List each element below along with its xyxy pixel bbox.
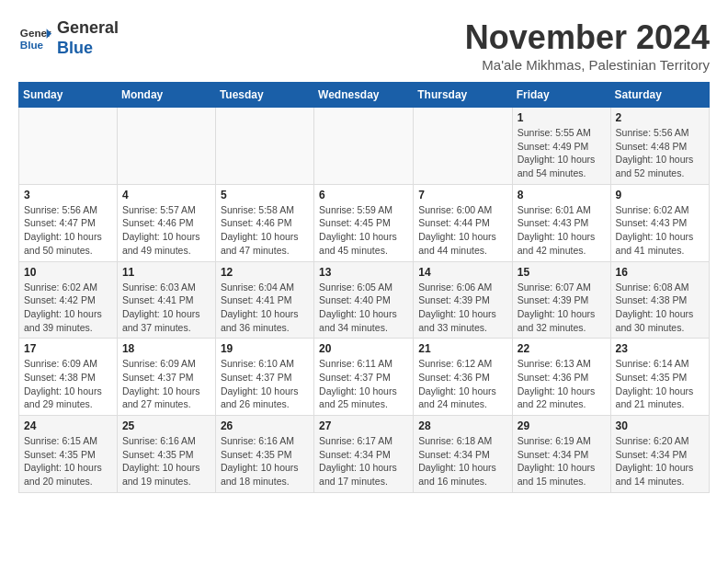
calendar-cell: 24Sunrise: 6:15 AM Sunset: 4:35 PM Dayli… [19,416,118,493]
calendar-cell: 5Sunrise: 5:58 AM Sunset: 4:46 PM Daylig… [215,184,313,261]
day-number: 14 [418,266,506,279]
day-number: 7 [418,189,506,201]
day-number: 3 [24,189,112,201]
calendar-cell: 20Sunrise: 6:11 AM Sunset: 4:37 PM Dayli… [314,339,414,416]
day-info: Sunrise: 6:16 AM Sunset: 4:35 PM Dayligh… [221,434,309,488]
calendar-cell: 15Sunrise: 6:07 AM Sunset: 4:39 PM Dayli… [512,261,610,339]
calendar-cell: 11Sunrise: 6:03 AM Sunset: 4:41 PM Dayli… [117,261,215,339]
day-info: Sunrise: 6:14 AM Sunset: 4:35 PM Dayligh… [616,357,704,411]
calendar-cell: 8Sunrise: 6:01 AM Sunset: 4:43 PM Daylig… [512,184,610,261]
day-info: Sunrise: 6:05 AM Sunset: 4:40 PM Dayligh… [319,281,408,335]
day-info: Sunrise: 6:04 AM Sunset: 4:41 PM Dayligh… [221,281,309,335]
day-number: 5 [221,189,309,201]
day-number: 18 [122,342,210,355]
calendar-cell: 14Sunrise: 6:06 AM Sunset: 4:39 PM Dayli… [414,261,512,339]
day-info: Sunrise: 6:09 AM Sunset: 4:37 PM Dayligh… [122,357,210,411]
day-info: Sunrise: 5:58 AM Sunset: 4:46 PM Dayligh… [221,203,309,258]
day-info: Sunrise: 6:02 AM Sunset: 4:43 PM Dayligh… [616,203,704,258]
day-number: 21 [418,342,506,355]
month-title: November 2024 [465,18,710,57]
calendar-cell: 4Sunrise: 5:57 AM Sunset: 4:46 PM Daylig… [117,184,215,261]
day-info: Sunrise: 6:16 AM Sunset: 4:35 PM Dayligh… [122,434,210,488]
header-section: General Blue General Blue November 2024 … [18,18,710,73]
day-number: 23 [616,342,704,355]
day-number: 24 [24,419,112,432]
day-number: 2 [616,111,704,124]
day-number: 8 [518,189,606,201]
calendar-cell: 23Sunrise: 6:14 AM Sunset: 4:35 PM Dayli… [610,339,709,416]
weekday-header: Wednesday [314,83,414,108]
day-number: 29 [518,419,606,432]
day-number: 1 [518,111,606,124]
calendar-week-row: 24Sunrise: 6:15 AM Sunset: 4:35 PM Dayli… [19,416,710,493]
day-number: 19 [221,342,309,355]
calendar-cell: 30Sunrise: 6:20 AM Sunset: 4:34 PM Dayli… [610,416,709,493]
calendar-cell: 7Sunrise: 6:00 AM Sunset: 4:44 PM Daylig… [414,184,512,261]
day-number: 20 [319,342,408,355]
calendar-cell: 26Sunrise: 6:16 AM Sunset: 4:35 PM Dayli… [215,416,313,493]
day-info: Sunrise: 6:07 AM Sunset: 4:39 PM Dayligh… [518,281,606,335]
calendar-cell: 17Sunrise: 6:09 AM Sunset: 4:38 PM Dayli… [19,339,118,416]
day-number: 11 [122,266,210,279]
calendar-cell: 25Sunrise: 6:16 AM Sunset: 4:35 PM Dayli… [117,416,215,493]
day-info: Sunrise: 6:19 AM Sunset: 4:34 PM Dayligh… [518,434,606,488]
calendar-cell: 28Sunrise: 6:18 AM Sunset: 4:34 PM Dayli… [414,416,512,493]
day-info: Sunrise: 6:18 AM Sunset: 4:34 PM Dayligh… [418,434,506,488]
day-number: 10 [24,266,112,279]
calendar-cell: 3Sunrise: 5:56 AM Sunset: 4:47 PM Daylig… [19,184,118,261]
day-info: Sunrise: 6:11 AM Sunset: 4:37 PM Dayligh… [319,357,408,411]
calendar-cell: 16Sunrise: 6:08 AM Sunset: 4:38 PM Dayli… [610,261,709,339]
calendar-cell: 10Sunrise: 6:02 AM Sunset: 4:42 PM Dayli… [19,261,118,339]
day-info: Sunrise: 6:20 AM Sunset: 4:34 PM Dayligh… [616,434,704,488]
day-number: 15 [518,266,606,279]
day-info: Sunrise: 6:01 AM Sunset: 4:43 PM Dayligh… [518,203,606,258]
calendar-cell: 22Sunrise: 6:13 AM Sunset: 4:36 PM Dayli… [512,339,610,416]
location-text: Ma'ale Mikhmas, Palestinian Territory [465,57,710,73]
day-info: Sunrise: 5:55 AM Sunset: 4:49 PM Dayligh… [518,126,606,180]
logo: General Blue General Blue [18,18,119,58]
svg-text:Blue: Blue [20,38,44,50]
logo-general-text: General [57,18,119,39]
calendar-cell: 19Sunrise: 6:10 AM Sunset: 4:37 PM Dayli… [215,339,313,416]
day-info: Sunrise: 6:13 AM Sunset: 4:36 PM Dayligh… [518,357,606,411]
day-info: Sunrise: 6:03 AM Sunset: 4:41 PM Dayligh… [122,281,210,335]
calendar-week-row: 10Sunrise: 6:02 AM Sunset: 4:42 PM Dayli… [19,261,710,339]
weekday-header: Monday [117,83,215,108]
calendar-cell: 13Sunrise: 6:05 AM Sunset: 4:40 PM Dayli… [314,261,414,339]
day-info: Sunrise: 6:00 AM Sunset: 4:44 PM Dayligh… [418,203,506,258]
calendar-cell: 18Sunrise: 6:09 AM Sunset: 4:37 PM Dayli… [117,339,215,416]
day-info: Sunrise: 6:08 AM Sunset: 4:38 PM Dayligh… [616,281,704,335]
day-info: Sunrise: 6:10 AM Sunset: 4:37 PM Dayligh… [221,357,309,411]
calendar-table: SundayMondayTuesdayWednesdayThursdayFrid… [18,82,710,493]
calendar-cell [117,108,215,185]
day-number: 26 [221,419,309,432]
day-number: 25 [122,419,210,432]
weekday-header: Friday [512,83,610,108]
logo-icon: General Blue [18,22,51,55]
day-info: Sunrise: 5:56 AM Sunset: 4:47 PM Dayligh… [24,203,112,258]
day-number: 27 [319,419,408,432]
day-info: Sunrise: 6:09 AM Sunset: 4:38 PM Dayligh… [24,357,112,411]
calendar-cell [19,108,118,185]
weekday-header: Sunday [19,83,118,108]
calendar-cell: 9Sunrise: 6:02 AM Sunset: 4:43 PM Daylig… [610,184,709,261]
day-info: Sunrise: 6:17 AM Sunset: 4:34 PM Dayligh… [319,434,408,488]
calendar-week-row: 17Sunrise: 6:09 AM Sunset: 4:38 PM Dayli… [19,339,710,416]
day-info: Sunrise: 6:15 AM Sunset: 4:35 PM Dayligh… [24,434,112,488]
calendar-cell [314,108,414,185]
day-info: Sunrise: 5:57 AM Sunset: 4:46 PM Dayligh… [122,203,210,258]
calendar-cell: 21Sunrise: 6:12 AM Sunset: 4:36 PM Dayli… [414,339,512,416]
calendar-week-row: 1Sunrise: 5:55 AM Sunset: 4:49 PM Daylig… [19,108,710,185]
day-number: 9 [616,189,704,201]
calendar-cell: 6Sunrise: 5:59 AM Sunset: 4:45 PM Daylig… [314,184,414,261]
title-section: November 2024 Ma'ale Mikhmas, Palestinia… [465,18,710,73]
day-info: Sunrise: 5:56 AM Sunset: 4:48 PM Dayligh… [616,126,704,180]
day-number: 30 [616,419,704,432]
calendar-cell: 29Sunrise: 6:19 AM Sunset: 4:34 PM Dayli… [512,416,610,493]
weekday-header: Thursday [414,83,512,108]
day-number: 6 [319,189,408,201]
day-number: 13 [319,266,408,279]
day-number: 4 [122,189,210,201]
weekday-header: Saturday [610,83,709,108]
weekday-header: Tuesday [215,83,313,108]
